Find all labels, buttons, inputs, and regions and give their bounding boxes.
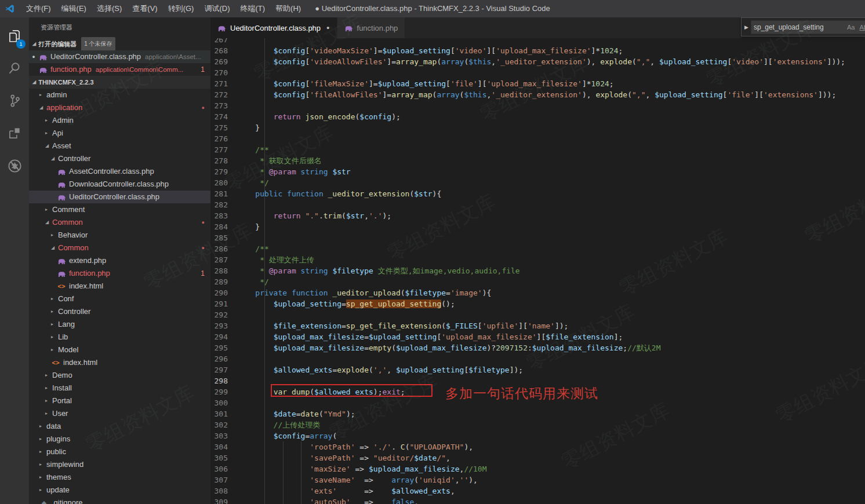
code-line-309[interactable]: 309 'autoSub' => false, (210, 496, 865, 504)
extensions-icon[interactable] (0, 119, 29, 147)
code-line-269[interactable]: 269 $config['videoAllowFiles']=array_map… (210, 56, 865, 67)
search-icon[interactable] (0, 54, 29, 82)
line-number: 275 (210, 122, 237, 133)
code-line-285[interactable]: 285 (210, 232, 865, 243)
code-line-273[interactable]: 273 (210, 100, 865, 111)
tree-item-controller[interactable]: ◢Controller (29, 152, 210, 165)
tree-item-portal[interactable]: ▸Portal (29, 395, 210, 407)
code-line-292[interactable]: 292 (210, 309, 865, 320)
tree-item-admin[interactable]: ▸admin (29, 89, 210, 101)
tree-item-user[interactable]: ▸User (29, 407, 210, 420)
code-line-276[interactable]: 276 (210, 133, 865, 144)
tree-item-conf[interactable]: ▸Conf (29, 293, 210, 305)
code-line-289[interactable]: 289 */ (210, 276, 865, 287)
toggle-replace-icon[interactable]: ▶ (742, 24, 751, 30)
code-line-267[interactable]: 267 (210, 38, 865, 45)
menu-item[interactable]: 编辑(E) (56, 0, 92, 17)
menu-item[interactable]: 选择(S) (92, 0, 127, 17)
tree-item-common[interactable]: ◢Common● (29, 216, 210, 229)
code-line-283[interactable]: 283 return ".".trim($str,'.'); (210, 210, 865, 221)
explorer-icon[interactable]: 1 (0, 22, 29, 50)
tree-item-.gitignore[interactable]: ◆.gitignore (29, 496, 210, 504)
tree-item-api[interactable]: ▸Api (29, 127, 210, 140)
menu-item[interactable]: 转到(G) (163, 0, 199, 17)
code-line-288[interactable]: 288 * @param string $filetype 文件类型,如imag… (210, 265, 865, 276)
code-line-307[interactable]: 307 'saveName' => array('uniqid',''), (210, 474, 865, 485)
tree-item-extend.php[interactable]: extend.php (29, 254, 210, 267)
tree-item-function.php[interactable]: function.php1 (29, 267, 210, 280)
code-line-301[interactable]: 301 $date=date("Ymd"); (210, 408, 865, 419)
menu-item[interactable]: 调试(D) (199, 0, 235, 17)
code-line-282[interactable]: 282 (210, 199, 865, 210)
code-line-294[interactable]: 294 $upload_max_filesize=$upload_setting… (210, 331, 865, 342)
tree-item-comment[interactable]: ▸Comment (29, 203, 210, 216)
source-control-icon[interactable] (0, 87, 29, 115)
code-line-270[interactable]: 270 (210, 67, 865, 78)
find-input[interactable]: sp_get_upload_setting Aa Ab (751, 20, 865, 34)
code-line-278[interactable]: 278 * 获取文件后缀名 (210, 155, 865, 166)
open-editor-item[interactable]: ●UeditorController.class.phpapplication\… (29, 50, 210, 63)
code-line-274[interactable]: 274 return json_encode($config); (210, 111, 865, 122)
tree-root-header[interactable]: ◢ THINKCMFX_2.2.3 (29, 76, 210, 89)
tree-item-update[interactable]: ▸update (29, 484, 210, 496)
code-line-304[interactable]: 304 'rootPath' => './'. C("UPLOADPATH"), (210, 441, 865, 452)
code-line-284[interactable]: 284 } (210, 221, 865, 232)
code-line-302[interactable]: 302 //上传处理类 (210, 419, 865, 430)
code-line-293[interactable]: 293 $file_extension=sp_get_file_extensio… (210, 320, 865, 331)
code-line-281[interactable]: 281 public function _ueditor_extension($… (210, 188, 865, 199)
code-line-305[interactable]: 305 'savePath' => "ueditor/$date/", (210, 452, 865, 463)
tree-item-assetcontroller.class.php[interactable]: AssetController.class.php (29, 165, 210, 178)
tree-item-index.html[interactable]: <>index.html (29, 280, 210, 293)
code-line-275[interactable]: 275 } (210, 122, 865, 133)
code-line-287[interactable]: 287 * 处理文件上传 (210, 254, 865, 265)
tree-item-behavior[interactable]: ▸Behavior (29, 229, 210, 242)
tree-item-index.html[interactable]: <>index.html (29, 356, 210, 369)
menu-item[interactable]: 文件(F) (21, 0, 56, 17)
match-case-button[interactable]: Aa (845, 24, 857, 31)
code-line-286[interactable]: 286 /** (210, 243, 865, 254)
code-line-296[interactable]: 296 (210, 353, 865, 364)
code-line-271[interactable]: 271 $config['fileMaxSize']=$upload_setti… (210, 78, 865, 89)
code-line-279[interactable]: 279 * @param string $str (210, 166, 865, 177)
open-editors-header[interactable]: ◢ 打开的编辑器 1 个未保存 (29, 38, 210, 50)
tree-item-lib[interactable]: ▸Lib (29, 331, 210, 344)
code-line-272[interactable]: 272 $config['fileAllowFiles']=array_map(… (210, 89, 865, 100)
code-line-268[interactable]: 268 $config['videoMaxSize']=$upload_sett… (210, 45, 865, 56)
tab-function.php[interactable]: function.php (337, 17, 405, 38)
whole-word-button[interactable]: Ab (857, 24, 865, 31)
tab-ueditorcontroller.class.php[interactable]: UeditorController.class.php● (210, 17, 337, 38)
code-line-280[interactable]: 280 */ (210, 177, 865, 188)
code-line-291[interactable]: 291 $upload_setting=sp_get_upload_settin… (210, 298, 865, 309)
tree-item-public[interactable]: ▸public (29, 445, 210, 458)
tree-item-plugins[interactable]: ▸plugins (29, 433, 210, 445)
tree-item-admin[interactable]: ▸Admin (29, 114, 210, 127)
code-line-306[interactable]: 306 'maxSize' => $upload_max_filesize,//… (210, 463, 865, 474)
tree-item-controller[interactable]: ▸Controller (29, 305, 210, 318)
code-line-297[interactable]: 297 $allowed_exts=explode(',', $upload_s… (210, 364, 865, 375)
menu-item[interactable]: 帮助(H) (270, 0, 306, 17)
code-area[interactable]: 267268 $config['videoMaxSize']=$upload_s… (210, 38, 865, 504)
tree-item-application[interactable]: ◢application● (29, 101, 210, 114)
no-debug-icon[interactable] (0, 152, 29, 180)
menu-item[interactable]: 终端(T) (235, 0, 270, 17)
tree-item-themes[interactable]: ▸themes (29, 471, 210, 484)
tree-item-data[interactable]: ▸data (29, 420, 210, 433)
code-line-303[interactable]: 303 $config=array( (210, 430, 865, 441)
code-line-277[interactable]: 277 /** (210, 144, 865, 155)
tree-item-demo[interactable]: ▸Demo (29, 369, 210, 382)
code-line-290[interactable]: 290 private function _ueditor_upload($fi… (210, 287, 865, 298)
tree-item-simplewind[interactable]: ▸simplewind (29, 458, 210, 471)
open-editor-item[interactable]: function.phpapplication\Common\Comm...1 (29, 63, 210, 76)
line-number: 297 (210, 364, 237, 375)
tree-item-model[interactable]: ▸Model (29, 344, 210, 356)
editor-group[interactable]: UeditorController.class.php●function.php… (210, 17, 865, 504)
tree-item-common[interactable]: ◢Common● (29, 242, 210, 254)
code-line-295[interactable]: 295 $upload_max_filesize=empty($upload_m… (210, 342, 865, 353)
tree-item-downloadcontroller.class.php[interactable]: DownloadController.class.php (29, 178, 210, 191)
tree-item-install[interactable]: ▸Install (29, 382, 210, 395)
tree-item-lang[interactable]: ▸Lang (29, 318, 210, 331)
tree-item-asset[interactable]: ◢Asset (29, 140, 210, 152)
menu-item[interactable]: 查看(V) (127, 0, 162, 17)
tree-item-ueditorcontroller.class.php[interactable]: UeditorController.class.php (29, 191, 210, 203)
code-line-308[interactable]: 308 'exts' => $allowed_exts, (210, 485, 865, 496)
